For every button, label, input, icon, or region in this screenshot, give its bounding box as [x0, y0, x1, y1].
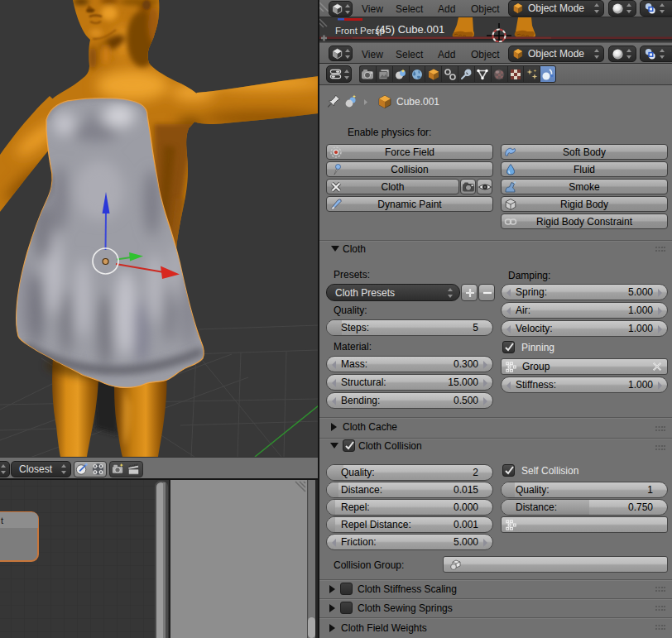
- svg-text:t: t: [1, 516, 3, 525]
